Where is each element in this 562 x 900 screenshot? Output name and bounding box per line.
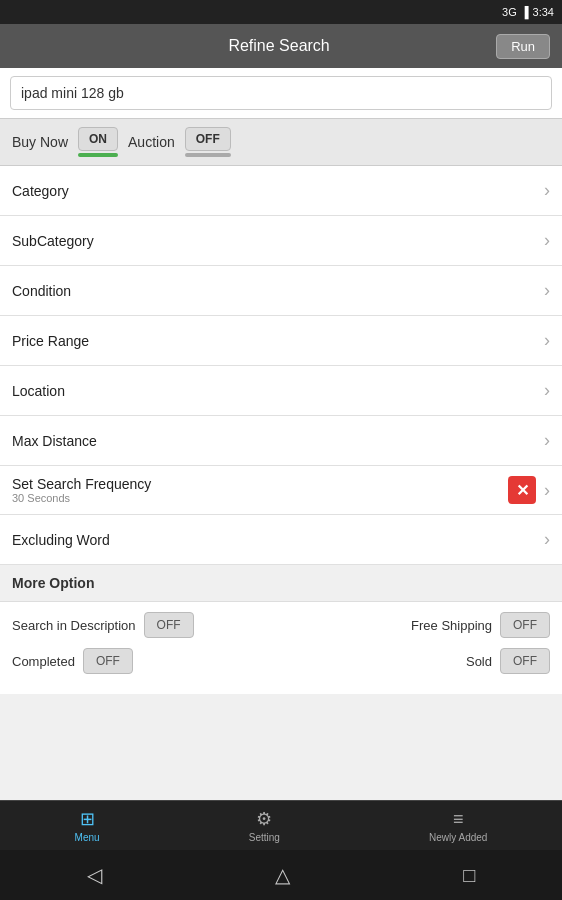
chevron-icon: ›: [544, 380, 550, 401]
list-item-condition[interactable]: Condition ›: [0, 266, 562, 316]
excluding-word-label: Excluding Word: [12, 532, 110, 548]
search-desc-toggle[interactable]: OFF: [144, 612, 194, 638]
location-label: Location: [12, 383, 65, 399]
menu-icon: ⊞: [80, 808, 95, 830]
free-shipping-toggle[interactable]: OFF: [500, 612, 550, 638]
system-nav: ◁ △ □: [0, 850, 562, 900]
auction-state: OFF: [185, 127, 231, 151]
setting-icon: ⚙: [256, 808, 272, 830]
clear-frequency-button[interactable]: ✕: [508, 476, 536, 504]
more-option-label: More Option: [12, 575, 94, 591]
status-bar: 3G ▐ 3:34: [0, 0, 562, 24]
subcategory-label: SubCategory: [12, 233, 94, 249]
more-options-grid: Search in Description OFF Free Shipping …: [0, 602, 562, 694]
chevron-icon: ›: [544, 480, 550, 501]
buy-now-indicator: [78, 153, 118, 157]
list-item-subcategory[interactable]: SubCategory ›: [0, 216, 562, 266]
set-search-frequency-row[interactable]: Set Search Frequency 30 Seconds ✕ ›: [0, 466, 562, 515]
page-title: Refine Search: [62, 37, 496, 55]
recent-button[interactable]: □: [463, 864, 475, 887]
buy-now-toggle[interactable]: ON: [78, 127, 118, 157]
nav-menu[interactable]: ⊞ Menu: [75, 808, 100, 843]
sold-pair: Sold OFF: [466, 648, 550, 674]
back-button[interactable]: ◁: [87, 863, 102, 887]
clock: 3:34: [533, 6, 554, 18]
chevron-icon: ›: [544, 430, 550, 451]
home-button[interactable]: △: [275, 863, 290, 887]
chevron-icon: ›: [544, 529, 550, 550]
category-label: Category: [12, 183, 69, 199]
menu-label: Menu: [75, 832, 100, 843]
freq-title: Set Search Frequency: [12, 476, 508, 492]
nav-newly-added[interactable]: ≡ Newly Added: [429, 809, 487, 843]
sold-toggle[interactable]: OFF: [500, 648, 550, 674]
auction-indicator: [185, 153, 231, 157]
chevron-icon: ›: [544, 230, 550, 251]
list-item-excluding-word[interactable]: Excluding Word ›: [0, 515, 562, 565]
condition-label: Condition: [12, 283, 71, 299]
signal-icon: 3G: [502, 6, 517, 18]
nav-setting[interactable]: ⚙ Setting: [249, 808, 280, 843]
search-bar: [0, 68, 562, 119]
auction-toggle[interactable]: OFF: [185, 127, 231, 157]
search-desc-pair: Search in Description OFF: [12, 612, 194, 638]
more-options-row-2: Completed OFF Sold OFF: [12, 648, 550, 674]
buy-now-label: Buy Now: [12, 134, 68, 150]
newly-added-icon: ≡: [453, 809, 464, 830]
freq-sub: 30 Seconds: [12, 492, 508, 504]
list-item-price-range[interactable]: Price Range ›: [0, 316, 562, 366]
free-shipping-pair: Free Shipping OFF: [411, 612, 550, 638]
battery-icon: ▐: [521, 6, 529, 18]
more-options-row-1: Search in Description OFF Free Shipping …: [12, 612, 550, 638]
title-bar: Refine Search Run: [0, 24, 562, 68]
free-shipping-label: Free Shipping: [411, 618, 492, 633]
completed-pair: Completed OFF: [12, 648, 133, 674]
freq-content: Set Search Frequency 30 Seconds: [12, 476, 508, 504]
search-desc-label: Search in Description: [12, 618, 136, 633]
run-button[interactable]: Run: [496, 34, 550, 59]
price-range-label: Price Range: [12, 333, 89, 349]
bottom-nav: ⊞ Menu ⚙ Setting ≡ Newly Added: [0, 800, 562, 850]
list-item-max-distance[interactable]: Max Distance ›: [0, 416, 562, 466]
chevron-icon: ›: [544, 280, 550, 301]
completed-toggle[interactable]: OFF: [83, 648, 133, 674]
auction-label: Auction: [128, 134, 175, 150]
list-item-location[interactable]: Location ›: [0, 366, 562, 416]
buy-now-state: ON: [78, 127, 118, 151]
more-option-header: More Option: [0, 565, 562, 602]
setting-label: Setting: [249, 832, 280, 843]
completed-label: Completed: [12, 654, 75, 669]
newly-added-label: Newly Added: [429, 832, 487, 843]
list-item-category[interactable]: Category ›: [0, 166, 562, 216]
chevron-icon: ›: [544, 330, 550, 351]
search-input[interactable]: [10, 76, 552, 110]
sold-label: Sold: [466, 654, 492, 669]
chevron-icon: ›: [544, 180, 550, 201]
toggle-row: Buy Now ON Auction OFF: [0, 119, 562, 166]
max-distance-label: Max Distance: [12, 433, 97, 449]
list-section: Category › SubCategory › Condition › Pri…: [0, 166, 562, 466]
